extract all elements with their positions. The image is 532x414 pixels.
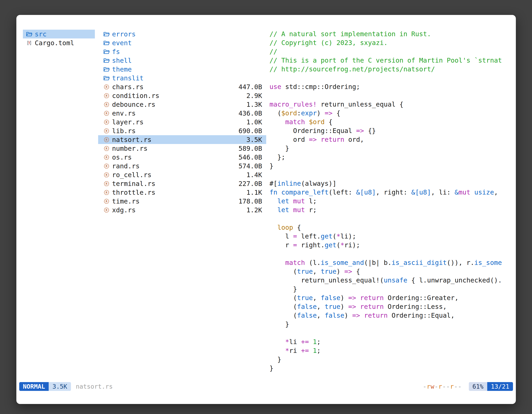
file-row-errors[interactable]: errors [98,30,266,39]
status-filename: natsort.rs [76,383,113,390]
rust-icon: R [104,119,110,125]
code-line: // Copyright (c) 2023, sxyazi. [269,39,510,47]
parent-directory-pane: srcTCargo.toml [23,30,95,47]
file-row-condition.rs[interactable]: Rcondition.rs2.9K [98,91,266,100]
file-row-layer.rs[interactable]: Rlayer.rs1.0K [98,118,266,126]
desktop-background: srcTCargo.toml errorseventfsshellthemetr… [0,0,532,414]
code-line: macro_rules! return_unless_equal { [269,100,510,109]
file-row-env.rs[interactable]: Renv.rs436.0B [98,109,266,118]
file-name: terminal.rs [112,180,155,188]
folder-open-icon [104,57,110,64]
file-row-natsort.rs[interactable]: Rnatsort.rs3.5K [98,135,266,144]
file-row-terminal.rs[interactable]: Rterminal.rs227.0B [98,179,266,188]
code-line: } [269,364,510,373]
folder-open-icon [104,48,110,55]
scroll-percent: 61% [469,382,487,391]
code-line: (false, false) => return Ordering::Equal… [269,311,510,320]
file-row-rand.rs[interactable]: Rrand.rs574.0B [98,162,266,170]
code-line [269,170,510,179]
file-size: 1.4K [246,171,262,179]
file-name: translit [112,74,143,82]
svg-text:R: R [106,173,108,176]
code-line: ord => return ord, [269,135,510,144]
svg-text:R: R [106,112,108,115]
code-line: match $ord { [269,118,510,126]
file-size: 546.0B [238,154,262,161]
file-size: 178.0B [238,197,262,205]
file-name: Cargo.toml [35,39,74,47]
file-row-theme[interactable]: theme [98,65,266,74]
file-row-shell[interactable]: shell [98,56,266,65]
file-name: ro_cell.rs [112,171,152,179]
svg-text:R: R [106,200,108,203]
svg-text:R: R [106,191,108,194]
code-line: } [269,162,510,170]
status-bar: NORMAL 3.5K natsort.rs -rw-r--r-- 61% 13… [19,382,513,391]
file-name: layer.rs [112,118,143,126]
folder-open-icon [26,31,33,38]
file-name: fs [112,48,120,56]
file-row-number.rs[interactable]: Rnumber.rs589.0B [98,144,266,153]
status-left: NORMAL 3.5K natsort.rs [19,382,113,391]
mode-indicator: NORMAL [19,382,49,391]
code-line: } [269,355,510,364]
file-row-event[interactable]: event [98,39,266,47]
file-name: debounce.rs [112,101,155,108]
code-line [269,214,510,223]
code-line: }; [269,153,510,162]
code-line: } [269,320,510,329]
rust-icon: R [104,154,110,161]
svg-text:R: R [106,85,108,88]
file-name: time.rs [112,197,140,205]
code-line: fn compare_left(left: &[u8], right: &[u8… [269,188,510,197]
code-line: (true, false) => return Ordering::Greate… [269,294,510,302]
file-row-xdg.rs[interactable]: Rxdg.rs1.2K [98,206,266,214]
code-line: (false, true) => return Ordering::Less, [269,302,510,311]
file-size: 2.9K [246,92,262,100]
file-name: shell [112,57,132,64]
rust-icon: R [104,198,110,204]
file-row-translit[interactable]: translit [98,74,266,82]
code-line: // This is a port of the C version of Ma… [269,56,510,65]
code-line: Ordering::Equal => {} [269,126,510,135]
file-size: 1.0K [246,118,262,126]
rust-icon: R [104,101,110,108]
folder-open-icon [104,75,110,81]
code-line: loop { [269,223,510,232]
svg-text:R: R [106,120,108,124]
file-row-throttle.rs[interactable]: Rthrottle.rs1.1K [98,188,266,197]
file-row-src[interactable]: src [23,30,95,39]
file-name: env.rs [112,109,136,117]
file-row-ro_cell.rs[interactable]: Rro_cell.rs1.4K [98,170,266,179]
svg-text:R: R [106,156,108,159]
svg-text:R: R [106,94,108,97]
file-row-chars.rs[interactable]: Rchars.rs447.0B [98,82,266,91]
code-line: r = right.get(*ri); [269,241,510,250]
svg-text:T: T [28,41,30,45]
file-permissions: -rw-r--r-- [423,383,462,390]
code-line: *ri += 1; [269,346,510,355]
code-line: return_unless_equal!(unsafe { l.unwrap_u… [269,276,510,285]
file-name: throttle.rs [112,189,155,196]
file-size: 1.2K [246,206,262,214]
file-row-lib.rs[interactable]: Rlib.rs690.0B [98,126,266,135]
code-line: // http://sourcefrog.net/projects/natsor… [269,65,510,74]
code-line: use std::cmp::Ordering; [269,82,510,91]
svg-text:R: R [106,164,108,168]
rust-icon: R [104,128,110,134]
file-size: 1.1K [246,189,262,196]
file-row-debounce.rs[interactable]: Rdebounce.rs1.3K [98,100,266,109]
current-directory-pane: errorseventfsshellthemetranslitRchars.rs… [98,30,266,214]
file-row-os.rs[interactable]: Ros.rs546.0B [98,153,266,162]
file-row-time.rs[interactable]: Rtime.rs178.0B [98,197,266,206]
file-name: errors [112,30,136,38]
code-line: let mut r; [269,206,510,214]
file-row-fs[interactable]: fs [98,47,266,56]
file-row-Cargo.toml[interactable]: TCargo.toml [23,39,95,47]
svg-text:R: R [106,103,108,106]
rust-icon: R [104,110,110,116]
code-line [269,74,510,82]
file-size: 227.0B [238,180,262,188]
file-name: event [112,39,132,47]
code-line: // [269,47,510,56]
